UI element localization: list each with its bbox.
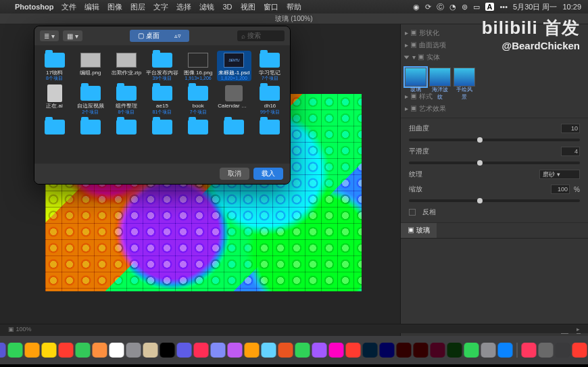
file-item[interactable]: [109, 118, 143, 138]
dock-app-icon[interactable]: [211, 343, 226, 358]
file-item[interactable]: Calendar Card.sketch: [217, 84, 251, 114]
status-sync-icon[interactable]: ⟳: [425, 3, 431, 11]
file-item[interactable]: 编组.png: [73, 51, 107, 81]
dock-app-icon[interactable]: [397, 343, 412, 358]
dock-app-icon[interactable]: [177, 343, 192, 358]
status-c-icon[interactable]: Ⓒ: [437, 2, 444, 12]
dock-app-icon[interactable]: [25, 343, 40, 358]
dock-app-icon[interactable]: [278, 343, 293, 358]
menu-filter[interactable]: 滤镜: [199, 2, 214, 12]
file-item[interactable]: ae1581个项目: [145, 84, 179, 114]
status-record-icon[interactable]: ◉: [413, 3, 420, 11]
menu-3d[interactable]: 3D: [222, 3, 232, 11]
dock-app-icon[interactable]: [498, 343, 513, 358]
distortion-value[interactable]: 10: [561, 124, 580, 133]
cancel-button[interactable]: 取消: [220, 168, 249, 180]
file-item[interactable]: 图像 16.png1,913×1,206: [181, 51, 216, 81]
file-item[interactable]: [145, 118, 179, 138]
location-select[interactable]: ▢ 桌面▵▿: [130, 30, 189, 42]
status-dots-icon[interactable]: •••: [499, 3, 508, 11]
dock-app-icon[interactable]: [414, 343, 428, 358]
menu-window[interactable]: 窗口: [264, 2, 278, 12]
thumb-sketch[interactable]: 手绘风景: [454, 68, 475, 87]
input-source[interactable]: A: [485, 3, 495, 11]
file-item[interactable]: 平台发布内容39个项目: [145, 51, 179, 81]
dock-app-icon[interactable]: [160, 343, 175, 358]
file-item[interactable]: 组件整理8个项目: [109, 84, 143, 114]
dock-app-icon[interactable]: [447, 343, 462, 358]
dock-app-icon[interactable]: [194, 343, 209, 358]
view-mode-grid[interactable]: ▦ ▾: [63, 30, 82, 41]
status-right[interactable]: ▸: [577, 326, 580, 333]
dock-app-icon[interactable]: [522, 343, 537, 358]
dock-app-icon[interactable]: [481, 343, 496, 358]
file-item[interactable]: book7个项目: [181, 84, 216, 114]
app-name[interactable]: Photoshop: [15, 3, 53, 11]
texture-select[interactable]: 磨砂 ▾: [539, 170, 580, 179]
dock-app-icon[interactable]: [262, 343, 276, 358]
panel-row-5[interactable]: ▸ ▣ 艺术效果: [405, 103, 584, 115]
dock-app-icon[interactable]: [431, 343, 445, 358]
menu-layer[interactable]: 图层: [130, 2, 145, 12]
file-item[interactable]: [253, 118, 287, 138]
file-item[interactable]: [181, 118, 216, 138]
smoothness-slider[interactable]: [409, 162, 580, 164]
zoom-level[interactable]: ▣ 100%: [8, 326, 32, 333]
dock-app-icon[interactable]: [245, 343, 260, 358]
dock-app-icon[interactable]: [109, 343, 124, 358]
thumb-glass[interactable]: 玻璃: [405, 68, 426, 87]
dock-app-icon[interactable]: [143, 343, 158, 358]
file-item[interactable]: 正在.ai: [37, 84, 72, 114]
panel-row-3[interactable]: ▾ ▣ 实体: [405, 51, 584, 64]
panel-row-1[interactable]: ▸ ▣ 形状化: [405, 27, 584, 39]
file-item[interactable]: [73, 118, 107, 138]
dock-app-icon[interactable]: [126, 343, 141, 358]
distortion-slider[interactable]: [409, 139, 580, 141]
dock-app-icon[interactable]: [76, 343, 91, 358]
thumb-ocean[interactable]: 海洋波纹: [429, 68, 451, 87]
scale-slider[interactable]: [409, 199, 580, 202]
dock-app-icon[interactable]: [295, 343, 310, 358]
smoothness-value[interactable]: 4: [561, 147, 580, 156]
open-button[interactable]: 载入: [253, 168, 283, 180]
file-item[interactable]: DENTU未标题-1.psd1,820×1,200: [217, 51, 251, 81]
menubar-date[interactable]: 5月30日 周一: [513, 2, 557, 12]
file-item[interactable]: [37, 118, 72, 138]
menu-view[interactable]: 视图: [241, 2, 255, 12]
file-item[interactable]: 自适应视频2个项目: [73, 84, 107, 114]
file-item[interactable]: 学习笔记7个项目: [253, 51, 287, 81]
file-item[interactable]: [217, 118, 251, 138]
file-grid[interactable]: 17物料8个项目编组.png出勤作业.zip平台发布内容39个项目图像 16.p…: [34, 45, 290, 164]
menu-file[interactable]: 文件: [62, 2, 76, 12]
file-item[interactable]: dh1699个项目: [253, 84, 287, 114]
dock-app-icon[interactable]: [346, 343, 361, 358]
dock-app-icon[interactable]: [0, 343, 6, 358]
invert-checkbox[interactable]: [409, 209, 416, 216]
dock-app-icon[interactable]: [312, 343, 327, 358]
menu-type[interactable]: 文字: [153, 2, 168, 12]
menu-help[interactable]: 帮助: [287, 2, 301, 12]
document-tab[interactable]: 玻璃 (100%): [0, 14, 588, 24]
status-display-icon[interactable]: ▭: [473, 3, 480, 11]
dock-app-icon[interactable]: [464, 343, 479, 358]
dock-app-icon[interactable]: [329, 343, 344, 358]
dock-app-icon[interactable]: [556, 343, 570, 358]
dock-app-icon[interactable]: [572, 343, 587, 358]
panel-row-2[interactable]: ▸ ▣ 曲面选项: [405, 39, 584, 51]
search-input[interactable]: ⌕ 搜索: [237, 30, 285, 41]
menu-image[interactable]: 图像: [107, 2, 122, 12]
scale-value[interactable]: 100: [551, 185, 570, 194]
menubar-time[interactable]: 10:29: [562, 3, 581, 11]
view-mode-list[interactable]: ≣ ▾: [40, 30, 59, 41]
status-wifi-icon[interactable]: ⊚: [462, 3, 468, 11]
menu-edit[interactable]: 编辑: [84, 2, 99, 12]
file-item[interactable]: 17物料8个项目: [37, 51, 72, 81]
dock-app-icon[interactable]: [228, 343, 243, 358]
dock-app-icon[interactable]: [8, 343, 23, 358]
status-clock-icon[interactable]: ◔: [449, 3, 456, 11]
dock-app-icon[interactable]: [59, 343, 74, 358]
file-item[interactable]: 出勤作业.zip: [109, 51, 143, 81]
effect-tab-glass[interactable]: ▣ 玻璃: [401, 223, 437, 238]
dock-app-icon[interactable]: [93, 343, 107, 358]
dock-app-icon[interactable]: [380, 343, 395, 358]
